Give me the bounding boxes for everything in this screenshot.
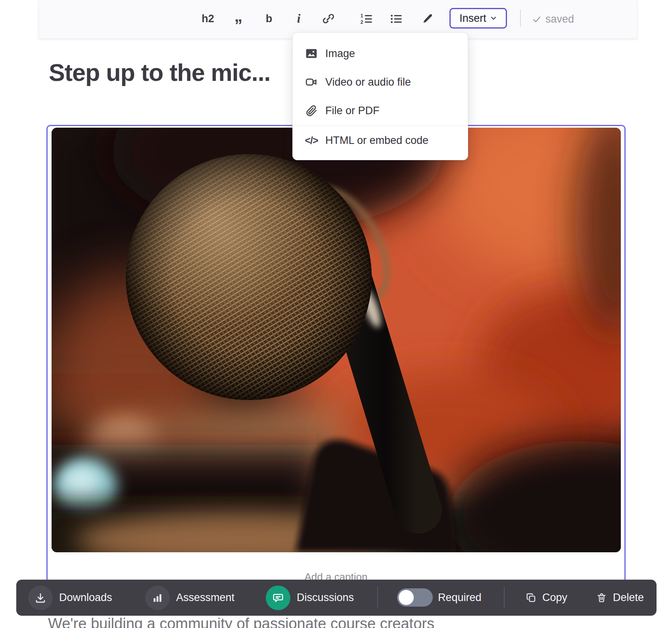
bar-chart-icon bbox=[145, 586, 170, 610]
chat-icon bbox=[266, 586, 290, 610]
italic-button[interactable]: i bbox=[289, 9, 309, 29]
check-icon bbox=[532, 15, 541, 24]
insert-button[interactable]: Insert bbox=[449, 8, 507, 29]
trash-icon bbox=[596, 592, 607, 603]
required-label: Required bbox=[438, 592, 482, 604]
save-status: saved bbox=[532, 0, 574, 38]
required-label-item: Required bbox=[438, 580, 482, 616]
ordered-list-button[interactable]: 1 2 bbox=[356, 9, 376, 29]
copy-icon bbox=[526, 592, 536, 603]
lesson-image[interactable] bbox=[52, 128, 621, 552]
downloads-button[interactable]: Downloads bbox=[28, 580, 112, 616]
pencil-icon bbox=[422, 13, 433, 24]
delete-label: Delete bbox=[613, 592, 644, 604]
insert-menu: Image Video or audio file File or PDF </… bbox=[292, 33, 468, 160]
toolbar-divider bbox=[520, 10, 521, 27]
toolbar-divider bbox=[377, 587, 378, 609]
bullet-list-button[interactable] bbox=[386, 9, 406, 29]
toggle-knob bbox=[399, 590, 414, 605]
menu-item-file-pdf[interactable]: File or PDF bbox=[293, 96, 468, 125]
insert-button-label: Insert bbox=[459, 12, 486, 25]
delete-button[interactable]: Delete bbox=[596, 580, 644, 616]
menu-item-video-audio[interactable]: Video or audio file bbox=[293, 68, 468, 96]
menu-item-label: HTML or embed code bbox=[325, 134, 428, 147]
toolbar-divider bbox=[504, 587, 505, 609]
microphone-photo bbox=[52, 128, 621, 552]
link-icon bbox=[323, 13, 334, 25]
block-toolbar: Downloads Assessment Discussions bbox=[16, 580, 657, 616]
copy-button[interactable]: Copy bbox=[526, 580, 567, 616]
code-icon: </> bbox=[304, 135, 319, 146]
paperclip-icon bbox=[304, 104, 319, 117]
highlight-button[interactable] bbox=[418, 9, 438, 29]
ordered-list-icon: 1 2 bbox=[360, 13, 372, 25]
menu-item-html-embed[interactable]: </> HTML or embed code bbox=[293, 127, 468, 153]
discussions-button[interactable]: Discussions bbox=[266, 580, 354, 616]
bold-button[interactable]: b bbox=[259, 9, 279, 29]
download-icon bbox=[28, 586, 53, 610]
lesson-body-text[interactable]: We're building a community of passionate… bbox=[48, 615, 434, 628]
image-icon bbox=[304, 47, 319, 60]
menu-item-label: Video or audio file bbox=[325, 76, 411, 88]
link-button[interactable] bbox=[319, 9, 338, 29]
blockquote-button[interactable]: ” bbox=[228, 9, 248, 35]
video-icon bbox=[304, 76, 319, 88]
menu-item-label: File or PDF bbox=[325, 105, 380, 117]
required-toggle[interactable] bbox=[397, 588, 433, 607]
menu-divider bbox=[293, 126, 468, 126]
assessment-button[interactable]: Assessment bbox=[145, 580, 234, 616]
menu-item-label: Image bbox=[325, 48, 355, 60]
page-title[interactable]: Step up to the mic... bbox=[49, 59, 271, 86]
svg-text:2: 2 bbox=[361, 19, 363, 25]
downloads-label: Downloads bbox=[59, 592, 112, 604]
copy-label: Copy bbox=[542, 592, 567, 604]
bullet-list-icon bbox=[390, 13, 402, 25]
assessment-label: Assessment bbox=[176, 592, 234, 604]
discussions-label: Discussions bbox=[297, 592, 354, 604]
lesson-editor: h2 ” b i 1 2 bbox=[0, 0, 672, 628]
svg-text:1: 1 bbox=[361, 13, 363, 19]
save-status-label: saved bbox=[545, 13, 574, 25]
heading2-button[interactable]: h2 bbox=[198, 9, 218, 29]
chevron-down-icon bbox=[490, 15, 497, 22]
menu-item-image[interactable]: Image bbox=[293, 39, 468, 68]
